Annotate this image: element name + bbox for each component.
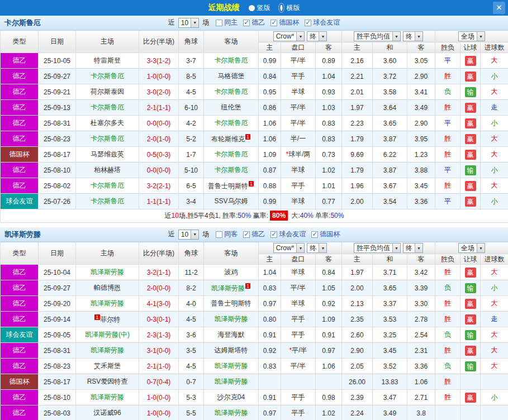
cell-odds-handicap: 半球	[281, 265, 316, 280]
cell-home-team: 1菲尔特	[76, 312, 139, 327]
cell-home-team: 凯泽斯劳滕	[76, 390, 139, 405]
scope-select[interactable]: 全场▼	[458, 243, 485, 253]
cell-avg-draw: 3.65	[373, 116, 407, 131]
cell-odds-away: 1.02	[316, 163, 342, 178]
filter-checkbox-2[interactable]: 球会友谊	[270, 230, 306, 239]
col-avg-away: 客	[407, 254, 435, 265]
cell-handicap-result: 赢	[460, 343, 481, 359]
odds-final-select[interactable]: 终▼	[307, 243, 327, 253]
cell-odds-away: 1.05	[316, 280, 342, 296]
col-handicap: 盘口	[281, 254, 316, 265]
handicap-result-badge: 赢	[465, 103, 476, 113]
summary-part: 近	[165, 212, 172, 219]
cell-avg-home: 2.00	[342, 194, 373, 209]
cell-avg-away: 3.41	[407, 84, 435, 100]
cell-avg-draw: 3.60	[373, 53, 407, 69]
cell-handicap-result: 赢	[460, 100, 481, 116]
filter-checkbox-1[interactable]: 德乙	[243, 230, 265, 239]
filter-checkbox-0[interactable]: 同客	[216, 230, 238, 239]
layout-radio-0[interactable]: 竖版	[249, 3, 270, 13]
cell-match-result: 胜	[435, 69, 460, 84]
cell-corners: 11-2	[179, 265, 204, 280]
filter-checkbox-0[interactable]: 同主	[216, 18, 238, 27]
filter-checkbox-3[interactable]: 球会友谊	[305, 18, 340, 27]
summary-part: 赢率:	[251, 212, 268, 219]
cell-odds-away: 0.98	[316, 390, 342, 405]
filter-checkbox-2[interactable]: 德国杯	[270, 18, 299, 27]
team-name: 卡尔斯鲁厄	[4, 18, 41, 28]
summary-part: 50%	[238, 212, 251, 219]
cell-handicap-result: 输	[460, 280, 481, 296]
cell-handicap-result: 赢	[460, 178, 481, 194]
cell-avg-away: 3.30	[407, 296, 435, 312]
cell-league-type: 德乙	[1, 178, 39, 194]
cell-away-team: 沙尔克04	[204, 390, 259, 405]
cell-date: 25-08-17	[39, 147, 76, 163]
chevron-down-icon: ▼	[477, 32, 485, 41]
handicap-result-badge: 赢	[465, 197, 476, 207]
match-row: 德乙25-08-31凯泽斯劳滕3-1(0-0)3-5达姆斯塔特0.92*平/半0…	[1, 343, 508, 359]
cell-score: 2-0(0-0)	[139, 280, 179, 296]
cell-score: 1-0(0-0)	[139, 390, 179, 405]
cell-handicap-result: 赢	[460, 53, 481, 69]
filter-checkbox-3[interactable]: 德国杯	[311, 230, 340, 239]
recent-count-select[interactable]: 10▼	[178, 18, 199, 28]
section-karlsruher: 近 10▼ 场 同主德乙德国杯球会友谊 卡尔斯鲁厄 类型 日期 主场 比分(半场…	[0, 16, 508, 223]
avg-dropdown-select[interactable]: 胜平负均值▼	[354, 243, 401, 253]
cell-date: 25-08-31	[39, 343, 76, 359]
checkbox-icon	[270, 231, 277, 238]
handicap-result-badge: 输	[465, 283, 476, 293]
games-label: 场	[202, 230, 209, 239]
filter-checkbox-1[interactable]: 德乙	[243, 18, 265, 27]
cell-avg-draw: 3.52	[373, 359, 407, 374]
cell-score: 1-0(0-0)	[139, 405, 179, 420]
chevron-down-icon: ▼	[319, 32, 326, 41]
match-row: 德国杯25-08-17马瑟维兹英0-5(0-3)1-7卡尔斯鲁厄1.09*球半/…	[1, 147, 508, 163]
handicap-result-badge: 赢	[465, 56, 476, 66]
col-result: 胜负	[435, 254, 460, 265]
cell-corners: 8-2	[179, 280, 204, 296]
match-row: 德乙25-08-10凯泽斯劳滕1-0(0-0)5-3沙尔克040.91平手0.9…	[1, 390, 508, 405]
recent-count-select[interactable]: 10▼	[178, 230, 199, 240]
cell-corners: 4-5	[179, 359, 204, 374]
cell-avg-home: 2.13	[342, 296, 373, 312]
chevron-down-icon: ▼	[392, 32, 400, 41]
cell-away-team: 卡尔斯鲁厄	[204, 116, 259, 131]
avg-final-select[interactable]: 终▼	[403, 243, 423, 253]
avg-final-select[interactable]: 终▼	[403, 31, 423, 41]
summary-text: 近10场,胜5平4负1, 胜率:50% 赢率:80% 大:40% 单率:50%	[1, 209, 508, 223]
col-handicap: 盘口	[281, 42, 316, 53]
cell-away-team: 布轮斯维克1	[204, 131, 259, 147]
match-row: 德乙25-09-27帕德博恩2-0(0-0)8-2凯泽斯劳滕10.83平/半1.…	[1, 280, 508, 296]
odds-final-select[interactable]: 终▼	[307, 31, 327, 41]
cell-odds-handicap: 平/半	[281, 100, 316, 116]
cell-avg-away: 3.45	[407, 178, 435, 194]
match-row: 德乙25-08-10柏林赫塔0-0(0-0)5-10卡尔斯鲁厄0.87半球1.0…	[1, 163, 508, 178]
cell-odds-home: 0.97	[259, 296, 281, 312]
cell-handicap-result: 赢	[460, 296, 481, 312]
team-label: 卡尔斯鲁厄	[91, 72, 124, 80]
close-button[interactable]: ✕	[493, 2, 505, 14]
team-label: 凯泽斯劳滕(中)	[85, 331, 130, 338]
cell-corners: 1-7	[179, 147, 204, 163]
team-name: 凯泽斯劳滕	[4, 230, 41, 240]
cell-avg-draw: 3.47	[373, 390, 407, 405]
cell-match-result: 负	[435, 280, 460, 296]
cell-league-type: 球会友谊	[1, 194, 39, 209]
avg-dropdown-select[interactable]: 胜平负均值▼	[354, 31, 401, 41]
odds-company-select[interactable]: Crow*▼	[273, 31, 305, 41]
odds-company-select[interactable]: Crow*▼	[273, 243, 305, 253]
cell-odds-away: 0.83	[316, 116, 342, 131]
cell-match-result: 胜	[435, 312, 460, 327]
card-badge: 1	[245, 283, 250, 289]
checkbox-label: 球会友谊	[313, 18, 340, 27]
match-row: 德乙25-09-141菲尔特0-3(0-1)4-5凯泽斯劳滕0.80平手1.09…	[1, 312, 508, 327]
cell-home-team: 杜塞尔多夫	[76, 116, 139, 131]
match-row: 德乙25-10-05特雷斯登3-3(1-2)3-7卡尔斯鲁厄0.99平/半0.8…	[1, 53, 508, 69]
chevron-down-icon: ▼	[319, 244, 326, 252]
cell-away-team: 普鲁士明斯特1	[204, 178, 259, 194]
layout-radio-1[interactable]: 横版	[278, 3, 300, 13]
team-label: 凯泽斯劳滕	[215, 409, 248, 417]
scope-select[interactable]: 全场▼	[458, 31, 485, 41]
chevron-down-icon: ▼	[296, 32, 304, 41]
